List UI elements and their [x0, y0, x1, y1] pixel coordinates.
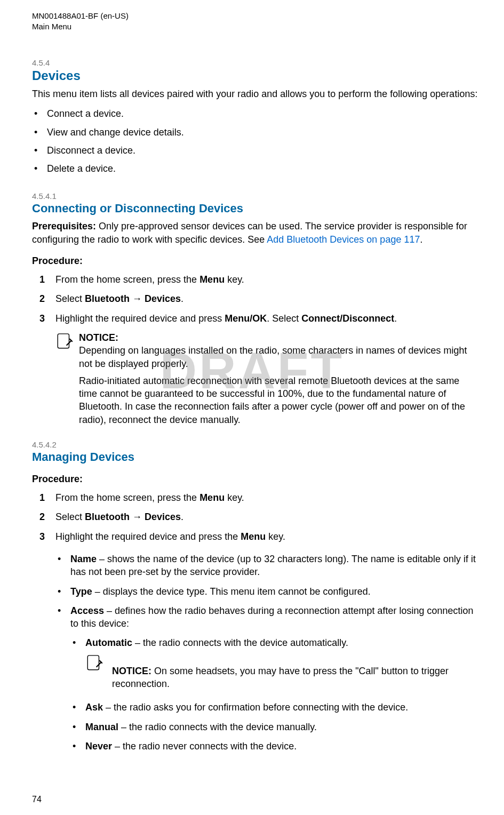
- option-item-manual: Manual – the radio connects with the dev…: [70, 717, 483, 737]
- option-text: – the radio connects with the device aut…: [132, 637, 348, 648]
- option-label: Never: [85, 741, 112, 752]
- step-bold: Menu/OK: [225, 313, 267, 324]
- list-item: View and change device details.: [32, 123, 483, 141]
- step-text: Select: [55, 293, 85, 304]
- notice-paragraph: Radio-initiated automatic reconnection w…: [79, 374, 477, 426]
- option-text: – the radio never connects with the devi…: [112, 741, 297, 752]
- note-icon: [85, 654, 103, 672]
- procedure-step: Highlight the required device and press …: [32, 527, 483, 546]
- step-bold: Menu: [199, 492, 225, 503]
- step-text: key.: [225, 492, 244, 503]
- option-label: Type: [70, 586, 92, 597]
- procedure-heading: Procedure:: [32, 474, 483, 485]
- procedure-step: From the home screen, press the Menu key…: [32, 488, 483, 507]
- step-bold: Devices: [145, 512, 181, 522]
- access-sub-list: Automatic – the radio connects with the …: [70, 633, 483, 756]
- step-bold: Menu: [241, 531, 266, 542]
- option-label: Ask: [85, 702, 103, 713]
- step-text: .: [181, 512, 183, 522]
- step-text: key.: [225, 274, 244, 285]
- step-text: .: [181, 293, 183, 304]
- notice-icon-col: [85, 654, 112, 675]
- step-bold: Menu: [199, 274, 225, 285]
- section-number: 4.5.4: [32, 58, 483, 67]
- svg-rect-0: [58, 334, 69, 348]
- option-label: Access: [70, 605, 104, 616]
- prereq-link[interactable]: Add Bluetooth Devices on page 117: [267, 234, 420, 245]
- step-text: Select: [55, 512, 85, 522]
- procedure-heading: Procedure:: [32, 255, 483, 267]
- prerequisites: Prerequisites: Only pre-approved sensor …: [32, 220, 483, 246]
- step-text: →: [130, 512, 145, 522]
- option-item-automatic: Automatic – the radio connects with the …: [70, 633, 483, 698]
- procedure-step: Highlight the required device and press …: [32, 309, 483, 328]
- options-list: Name – shows the name of the device (up …: [55, 549, 483, 759]
- header-section-path: Main Menu: [32, 21, 483, 32]
- subsection-title-managing: Managing Devices: [32, 450, 483, 464]
- note-icon: [55, 332, 74, 350]
- procedure-list: From the home screen, press the Menu key…: [32, 270, 483, 328]
- option-text: – displays the device type. This menu it…: [92, 586, 371, 597]
- svg-rect-1: [87, 656, 99, 670]
- step-bold: Bluetooth: [85, 512, 130, 522]
- option-item-name: Name – shows the name of the device (up …: [55, 549, 483, 582]
- notice-paragraph: On some headsets, you may have to press …: [112, 666, 449, 689]
- step-bold: Bluetooth: [85, 293, 130, 304]
- procedure-step: Select Bluetooth → Devices.: [32, 507, 483, 526]
- option-text: – the radio asks you for confirmation be…: [103, 702, 408, 713]
- option-label: Automatic: [85, 637, 132, 648]
- section-intro: This menu item lists all devices paired …: [32, 87, 483, 100]
- section-title-devices: Devices: [32, 68, 483, 83]
- option-label: Name: [70, 554, 97, 564]
- notice-icon-col: [55, 331, 79, 426]
- subsection-title-connecting: Connecting or Disconnecting Devices: [32, 202, 483, 215]
- step-text: Highlight the required device and press …: [55, 531, 241, 542]
- document-page: MN001488A01-BF (en-US) Main Menu DRAFT 4…: [0, 0, 504, 815]
- notice-block: NOTICE: On some headsets, you may have t…: [85, 654, 483, 691]
- step-bold: Devices: [145, 293, 181, 304]
- option-item-never: Never – the radio never connects with th…: [70, 737, 483, 756]
- list-item: Disconnect a device.: [32, 141, 483, 159]
- step-text: . Select: [267, 313, 301, 324]
- option-text: – the radio connects with the device man…: [118, 722, 317, 732]
- notice-label: NOTICE:: [112, 666, 154, 676]
- notice-block: NOTICE: Depending on languages installed…: [55, 331, 483, 426]
- option-label: Manual: [85, 722, 118, 732]
- option-item-ask: Ask – the radio asks you for confirmatio…: [70, 698, 483, 717]
- step-text: From the home screen, press the: [55, 492, 199, 503]
- step-text: key.: [266, 531, 285, 542]
- devices-operations-list: Connect a device. View and change device…: [32, 105, 483, 178]
- notice-label: NOTICE:: [79, 331, 477, 344]
- option-item-access: Access – defines how the radio behaves d…: [55, 601, 483, 759]
- page-number: 74: [32, 795, 42, 804]
- option-text: – shows the name of the device (up to 32…: [70, 554, 476, 577]
- step-text: From the home screen, press the: [55, 274, 199, 285]
- subsection-number: 4.5.4.2: [32, 440, 483, 449]
- prereq-end: .: [420, 234, 422, 245]
- step-text: Highlight the required device and press: [55, 313, 225, 324]
- option-text: – defines how the radio behaves during a…: [70, 605, 474, 629]
- subsection-number: 4.5.4.1: [32, 191, 483, 201]
- procedure-step: From the home screen, press the Menu key…: [32, 270, 483, 289]
- option-item-type: Type – displays the device type. This me…: [55, 582, 483, 601]
- notice-text: NOTICE: On some headsets, you may have t…: [112, 654, 483, 691]
- step-text: .: [394, 313, 397, 324]
- header-doc-id: MN001488A01-BF (en-US): [32, 11, 483, 21]
- list-item: Connect a device.: [32, 105, 483, 123]
- step-text: →: [130, 293, 145, 304]
- notice-text: NOTICE: Depending on languages installed…: [79, 331, 477, 426]
- procedure-step: Select Bluetooth → Devices.: [32, 289, 483, 308]
- step-bold: Connect/Disconnect: [301, 313, 394, 324]
- procedure-list: From the home screen, press the Menu key…: [32, 488, 483, 546]
- prereq-label: Prerequisites:: [32, 221, 99, 231]
- list-item: Delete a device.: [32, 159, 483, 178]
- notice-paragraph: Depending on languages installed on the …: [79, 345, 467, 369]
